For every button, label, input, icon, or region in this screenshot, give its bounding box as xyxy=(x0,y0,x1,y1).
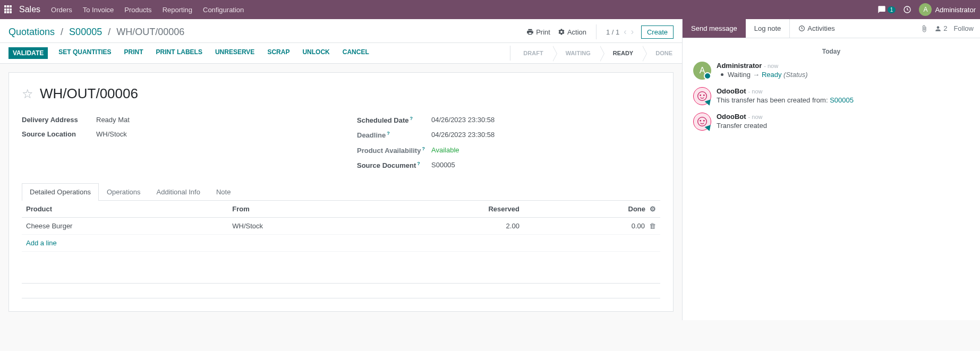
delete-icon[interactable]: 🗑 xyxy=(649,222,656,230)
source-location[interactable]: WH/Stock xyxy=(96,130,325,138)
field-label: Source Document? xyxy=(357,161,431,169)
form-sheet: ☆ WH/OUT/00006 Delivery AddressReady Mat… xyxy=(8,72,674,312)
nav-item[interactable]: To Invoice xyxy=(83,6,114,14)
svg-point-6 xyxy=(700,121,701,122)
avatar: A xyxy=(693,62,711,80)
chatter-message: OdooBot- nowTransfer created xyxy=(693,113,969,131)
follow-button[interactable]: Follow xyxy=(953,24,974,32)
control-panel: Quotations / S00005 / WH/OUT/00006 Print… xyxy=(0,19,682,42)
messages-icon[interactable]: 1 xyxy=(877,5,896,14)
tab[interactable]: Note xyxy=(208,183,238,200)
operations-table: Product From Reserved Done⚙ Cheese Burge… xyxy=(22,201,660,298)
activities-button[interactable]: Activities xyxy=(790,19,843,38)
nav-item[interactable]: Configuration xyxy=(203,6,244,14)
pager-prev[interactable]: ‹ xyxy=(624,27,626,37)
deadline: 04/26/2023 23:30:58 xyxy=(431,131,660,139)
app-brand[interactable]: Sales xyxy=(19,5,40,14)
field-label: Source Location xyxy=(22,130,96,138)
status-step[interactable]: WAITING xyxy=(553,46,600,61)
source-document[interactable]: S00005 xyxy=(431,161,660,169)
field-label: Deadline? xyxy=(357,131,431,139)
tab[interactable]: Detailed Operations xyxy=(22,183,99,201)
statusbar-button[interactable]: UNLOCK xyxy=(300,47,331,59)
delivery-address[interactable]: Ready Mat xyxy=(96,116,325,124)
pager: 1 / 1 ‹ › xyxy=(606,27,634,37)
top-nav: Sales OrdersTo InvoiceProductsReportingC… xyxy=(0,0,980,19)
log-note-button[interactable]: Log note xyxy=(746,19,790,38)
action-button[interactable]: Action xyxy=(558,28,586,36)
user-menu[interactable]: A Administrator xyxy=(919,3,976,16)
user-name: Administrator xyxy=(935,6,976,14)
statusbar-button[interactable]: PRINT LABELS xyxy=(154,47,204,59)
status-step[interactable]: DONE xyxy=(643,46,682,61)
status-bar: VALIDATESET QUANTITIESPRINTPRINT LABELSU… xyxy=(0,42,682,64)
statusbar-button[interactable]: CANCEL xyxy=(340,47,371,59)
bot-avatar xyxy=(693,87,711,105)
breadcrumb-root[interactable]: Quotations xyxy=(8,27,55,37)
statusbar-button[interactable]: PRINT xyxy=(122,47,146,59)
svg-point-3 xyxy=(700,95,701,96)
scheduled-date[interactable]: 04/26/2023 23:30:58 xyxy=(431,116,660,124)
statusbar-button[interactable]: VALIDATE xyxy=(8,47,48,59)
bot-avatar xyxy=(693,113,711,131)
send-message-button[interactable]: Send message xyxy=(683,19,746,38)
star-icon[interactable]: ☆ xyxy=(22,87,33,101)
create-button[interactable]: Create xyxy=(641,25,674,39)
breadcrumb-parent[interactable]: S00005 xyxy=(69,27,102,37)
status-step[interactable]: DRAFT xyxy=(510,46,552,61)
clock-icon[interactable] xyxy=(903,5,911,14)
apps-icon[interactable] xyxy=(4,5,13,14)
field-label: Product Availability? xyxy=(357,146,431,155)
col-product: Product xyxy=(22,201,228,218)
field-label: Delivery Address xyxy=(22,116,96,124)
svg-point-4 xyxy=(704,95,705,96)
breadcrumb-current: WH/OUT/00006 xyxy=(116,27,184,37)
field-label: Scheduled Date? xyxy=(357,116,431,124)
chatter-message: AAdministrator- nowWaiting→Ready (Status… xyxy=(693,62,969,80)
avatar: A xyxy=(919,3,932,16)
pager-next[interactable]: › xyxy=(631,27,634,37)
add-line-button[interactable]: Add a line xyxy=(26,239,57,247)
chatter: Send message Log note Activities 2 Follo… xyxy=(683,19,980,320)
chatter-message: OdooBot- nowThis transfer has been creat… xyxy=(693,87,969,105)
col-done: Done⚙ xyxy=(524,201,660,218)
nav-item[interactable]: Products xyxy=(124,6,151,14)
col-from: From xyxy=(228,201,375,218)
status-step[interactable]: READY xyxy=(600,46,643,61)
attachment-icon[interactable] xyxy=(921,25,928,32)
availability: Available xyxy=(431,146,660,155)
print-button[interactable]: Print xyxy=(526,28,550,36)
nav-item[interactable]: Reporting xyxy=(163,6,192,14)
message-link[interactable]: S00005 xyxy=(830,96,854,104)
column-settings-icon[interactable]: ⚙ xyxy=(650,205,656,213)
messages-badge: 1 xyxy=(888,6,896,13)
breadcrumb: Quotations / S00005 / WH/OUT/00006 xyxy=(8,27,184,38)
svg-point-5 xyxy=(698,117,707,126)
tab[interactable]: Additional Info xyxy=(149,183,208,200)
record-title: WH/OUT/00006 xyxy=(40,85,138,102)
statusbar-button[interactable]: SCRAP xyxy=(265,47,292,59)
statusbar-button[interactable]: SET QUANTITIES xyxy=(56,47,113,59)
today-label: Today xyxy=(693,48,969,55)
col-reserved: Reserved xyxy=(375,201,524,218)
tab[interactable]: Operations xyxy=(99,183,149,200)
followers-button[interactable]: 2 xyxy=(934,24,947,32)
svg-point-7 xyxy=(704,121,705,122)
table-row[interactable]: Cheese BurgerWH/Stock2.000.00🗑 xyxy=(22,218,660,235)
svg-point-2 xyxy=(698,92,707,101)
nav-item[interactable]: Orders xyxy=(51,6,72,14)
statusbar-button[interactable]: UNRESERVE xyxy=(213,47,257,59)
